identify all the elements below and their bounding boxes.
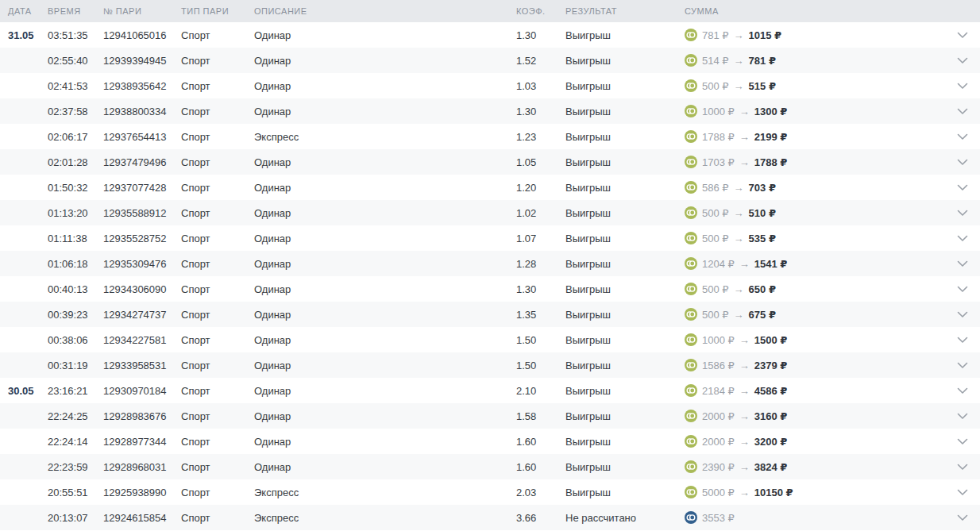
- expand-row-button[interactable]: [945, 175, 980, 200]
- amount-payout: 1788 ₽: [754, 156, 788, 168]
- expand-row-button[interactable]: [945, 73, 980, 98]
- bet-time: 01:50:32: [48, 182, 103, 194]
- expand-row-button[interactable]: [945, 276, 980, 302]
- expand-row-button[interactable]: [945, 454, 980, 479]
- coin-icon: [685, 79, 697, 92]
- bet-result: Выигрыш: [565, 334, 685, 346]
- table-row: 30.05 23:16:21 12930970184 Спорт Одинар …: [0, 378, 980, 403]
- table-row: 00:38:06 12934227581 Спорт Одинар 1.50 В…: [0, 327, 980, 352]
- bet-amount: 586 ₽ → 703 ₽: [685, 181, 945, 194]
- coin-icon: [685, 460, 697, 473]
- bet-time: 02:01:28: [48, 156, 103, 168]
- bet-description: Одинар: [254, 29, 516, 41]
- bet-description: Экспресс: [254, 487, 516, 498]
- bet-id: 12934227581: [103, 334, 181, 346]
- column-header-date: ДАТА: [0, 6, 48, 16]
- expand-row-button[interactable]: [945, 378, 980, 403]
- amount-arrow: →: [739, 360, 750, 371]
- bet-type: Спорт: [181, 182, 254, 194]
- bet-amount: 2184 ₽ → 4586 ₽: [685, 384, 945, 397]
- expand-row-button[interactable]: [945, 22, 980, 48]
- table-row: 22:24:25 12928983676 Спорт Одинар 1.58 В…: [0, 403, 980, 429]
- bets-history-table: ДАТА ВРЕМЯ № ПАРИ ТИП ПАРИ ОПИСАНИЕ КОЭФ…: [0, 0, 980, 530]
- expand-row-button[interactable]: [945, 149, 980, 175]
- bet-coef: 3.66: [516, 512, 565, 524]
- amount-payout: 4586 ₽: [754, 385, 788, 397]
- table-row: 02:37:58 12938800334 Спорт Одинар 1.30 В…: [0, 98, 980, 124]
- bet-amount: 514 ₽ → 781 ₽: [685, 54, 945, 67]
- table-row: 22:24:14 12928977344 Спорт Одинар 1.60 В…: [0, 429, 980, 454]
- bet-coef: 1.50: [516, 334, 565, 346]
- bet-amount: 500 ₽ → 650 ₽: [685, 283, 945, 295]
- amount-stake: 2000 ₽: [702, 410, 735, 422]
- chevron-down-icon: [957, 133, 968, 140]
- expand-row-button[interactable]: [945, 403, 980, 429]
- bet-amount: 2000 ₽ → 3200 ₽: [685, 435, 945, 448]
- table-row: 02:01:28 12937479496 Спорт Одинар 1.05 В…: [0, 149, 980, 175]
- expand-row-button[interactable]: [945, 124, 980, 149]
- expand-row-button[interactable]: [945, 48, 980, 73]
- amount-arrow: →: [734, 233, 744, 244]
- bet-result: Выигрыш: [565, 106, 685, 117]
- bet-id: 12933958531: [103, 360, 181, 371]
- bet-time: 00:38:06: [48, 334, 103, 346]
- bet-type: Спорт: [181, 334, 254, 346]
- bet-description: Одинар: [254, 283, 516, 295]
- amount-arrow: →: [734, 283, 744, 295]
- expand-row-button[interactable]: [945, 98, 980, 124]
- expand-row-button[interactable]: [945, 225, 980, 251]
- amount-payout: 3160 ₽: [754, 410, 788, 422]
- bet-coef: 2.10: [516, 385, 565, 397]
- expand-row-button[interactable]: [945, 429, 980, 454]
- expand-row-button[interactable]: [945, 352, 980, 378]
- bet-description: Одинар: [254, 258, 516, 270]
- amount-stake: 2000 ₽: [702, 436, 735, 448]
- bet-type: Спорт: [181, 80, 254, 92]
- bet-description: Одинар: [254, 233, 516, 244]
- bet-id: 12941065016: [103, 29, 181, 41]
- bet-amount: 5000 ₽ → 10150 ₽: [685, 486, 945, 498]
- expand-row-button[interactable]: [945, 479, 980, 505]
- bet-coef: 1.28: [516, 258, 565, 270]
- amount-payout: 535 ₽: [749, 233, 776, 244]
- bet-description: Одинар: [254, 182, 516, 194]
- bet-description: Одинар: [254, 385, 516, 397]
- chevron-down-icon: [957, 235, 968, 242]
- expand-row-button[interactable]: [945, 505, 980, 530]
- chevron-down-icon: [957, 438, 968, 445]
- chevron-down-icon: [957, 83, 968, 90]
- expand-row-button[interactable]: [945, 251, 980, 276]
- bet-id: 12934306090: [103, 283, 181, 295]
- bet-type: Спорт: [181, 385, 254, 397]
- amount-stake: 500 ₽: [702, 207, 729, 219]
- amount-payout: 1541 ₽: [754, 258, 788, 270]
- coin-icon: [685, 308, 697, 321]
- bet-description: Одинар: [254, 461, 516, 473]
- amount-stake: 1788 ₽: [702, 131, 735, 143]
- column-header-amount: СУММА: [685, 6, 945, 16]
- chevron-down-icon: [957, 108, 968, 115]
- expand-row-button[interactable]: [945, 302, 980, 327]
- bet-coef: 1.60: [516, 461, 565, 473]
- bet-description: Одинар: [254, 106, 516, 117]
- bet-coef: 1.02: [516, 207, 565, 219]
- bets-table-body: 31.05 03:51:35 12941065016 Спорт Одинар …: [0, 22, 980, 530]
- amount-arrow: →: [734, 29, 744, 41]
- expand-row-button[interactable]: [945, 327, 980, 352]
- bet-amount: 1788 ₽ → 2199 ₽: [685, 130, 945, 143]
- table-row: 02:06:17 12937654413 Спорт Экспресс 1.23…: [0, 124, 980, 149]
- chevron-down-icon: [957, 337, 968, 344]
- expand-row-button[interactable]: [945, 200, 980, 225]
- bet-description: Одинар: [254, 55, 516, 67]
- bet-type: Спорт: [181, 410, 254, 422]
- bet-type: Спорт: [181, 29, 254, 41]
- amount-payout: 703 ₽: [749, 182, 776, 194]
- amount-stake: 1204 ₽: [702, 258, 735, 270]
- bet-description: Экспресс: [254, 512, 516, 524]
- bet-type: Спорт: [181, 461, 254, 473]
- bet-id: 12935528752: [103, 233, 181, 244]
- bet-type: Спорт: [181, 131, 254, 143]
- amount-stake: 3553 ₽: [702, 512, 735, 524]
- amount-stake: 500 ₽: [702, 233, 729, 244]
- chevron-down-icon: [957, 32, 968, 39]
